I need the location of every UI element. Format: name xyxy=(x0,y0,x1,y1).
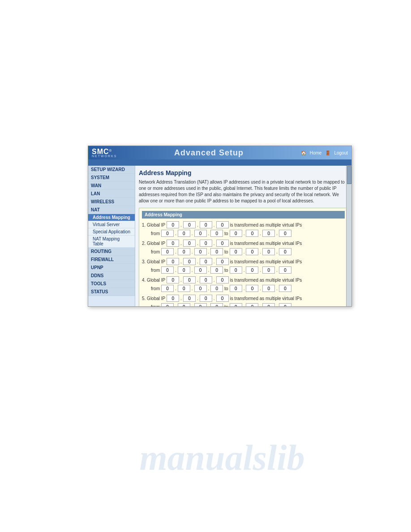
row-4-from-2[interactable] xyxy=(178,285,190,292)
row-4-ip-2[interactable] xyxy=(183,276,196,283)
row-1-ip-4[interactable] xyxy=(216,221,229,228)
row-1-ip-2[interactable] xyxy=(183,221,196,228)
row-2-from-4[interactable] xyxy=(210,248,223,255)
row-2-to-4[interactable] xyxy=(279,248,291,255)
row-5-from-3[interactable] xyxy=(194,303,207,306)
row-2-from-1[interactable] xyxy=(161,248,174,255)
logout-icon: 🚪 xyxy=(325,150,330,155)
row-4-ip-3[interactable] xyxy=(200,276,212,283)
sidebar-item-nat[interactable]: NAT xyxy=(88,206,135,214)
scrollbar-thumb[interactable] xyxy=(347,166,351,184)
row-5-label: 5. Global IP xyxy=(142,296,165,301)
row-2-ip-1[interactable] xyxy=(167,240,179,247)
row-2-to-2[interactable] xyxy=(246,248,258,255)
row-5-from-label: from xyxy=(151,305,160,307)
row-3-to-2[interactable] xyxy=(246,266,258,274)
row-1-from-label: from xyxy=(151,231,160,236)
row-5-ip-3[interactable] xyxy=(200,295,212,302)
content-area: Address Mapping Network Address Translat… xyxy=(135,166,351,306)
mapping-row-2: 2. Global IP . . . is transformed as mul… xyxy=(142,240,345,255)
row-2-ip-3[interactable] xyxy=(200,240,212,247)
row-5-from-1[interactable] xyxy=(161,303,174,306)
sidebar-item-ddns[interactable]: DDNS xyxy=(88,272,135,280)
row-4-to-3[interactable] xyxy=(262,285,275,292)
logo-networks: NETWORKS xyxy=(92,154,117,158)
row-1-from-2[interactable] xyxy=(178,230,190,237)
row-2-to-3[interactable] xyxy=(262,248,275,255)
mapping-row-1: 1. Global IP . . . is transformed as mul… xyxy=(142,221,345,237)
sidebar-item-wan[interactable]: WAN xyxy=(88,182,135,190)
row-3-from-2[interactable] xyxy=(178,266,190,274)
sidebar-subitem-nat-mapping-table[interactable]: NAT Mapping Table xyxy=(88,236,135,248)
sidebar-item-upnp[interactable]: UPnP xyxy=(88,264,135,272)
row-3-to-4[interactable] xyxy=(279,266,291,274)
row-5-from-4[interactable] xyxy=(210,303,223,306)
row-4-from-1[interactable] xyxy=(161,285,174,292)
sidebar-subitem-special-application[interactable]: Special Application xyxy=(88,228,135,236)
mapping-row-4: 4. Global IP . . . is transformed as mul… xyxy=(142,276,345,292)
sidebar-item-routing[interactable]: ROUTING xyxy=(88,248,135,256)
row-3-from-3[interactable] xyxy=(194,266,207,274)
row-2-ip-4[interactable] xyxy=(216,240,229,247)
row-2-transformed: is transformed as multiple virtual IPs xyxy=(230,241,302,246)
sidebar-item-setup-wizard[interactable]: SETUP WIZARD xyxy=(88,166,135,174)
sidebar-item-tools[interactable]: TOOLS xyxy=(88,280,135,288)
row-4-from-4[interactable] xyxy=(210,285,223,292)
sidebar-item-lan[interactable]: LAN xyxy=(88,190,135,198)
row-4-from-3[interactable] xyxy=(194,285,207,292)
row-1-to-4[interactable] xyxy=(279,230,291,237)
row-3-to-1[interactable] xyxy=(230,266,242,274)
row-1-from-1[interactable] xyxy=(161,230,174,237)
watermark: manualslib xyxy=(139,438,304,478)
row-1-to-1[interactable] xyxy=(230,230,242,237)
row-4-to-4[interactable] xyxy=(279,285,291,292)
row-5-ip-1[interactable] xyxy=(167,295,179,302)
row-1-to-2[interactable] xyxy=(246,230,258,237)
row-4-to-2[interactable] xyxy=(246,285,258,292)
row-2-to-label: to xyxy=(224,249,228,254)
row-3-ip-2[interactable] xyxy=(183,258,196,265)
row-3-to-3[interactable] xyxy=(262,266,275,274)
row-3-ip-4[interactable] xyxy=(216,258,229,265)
row-5-to-2[interactable] xyxy=(246,303,258,306)
sidebar-subitem-address-mapping[interactable]: Address Mapping xyxy=(88,214,135,221)
row-1-from-3[interactable] xyxy=(194,230,207,237)
home-link[interactable]: Home xyxy=(310,150,322,155)
logout-link[interactable]: Logout xyxy=(334,150,348,155)
row-3-from-1[interactable] xyxy=(161,266,174,274)
row-5-to-1[interactable] xyxy=(230,303,242,306)
scrollbar[interactable] xyxy=(346,166,351,306)
row-2-from-3[interactable] xyxy=(194,248,207,255)
sidebar-item-wireless[interactable]: WIRELESS xyxy=(88,198,135,206)
row-2-to-1[interactable] xyxy=(230,248,242,255)
row-3-ip-3[interactable] xyxy=(200,258,212,265)
row-5-from-2[interactable] xyxy=(178,303,190,306)
sidebar-subitem-virtual-server[interactable]: Virtual Server xyxy=(88,221,135,228)
row-4-ip-4[interactable] xyxy=(216,276,229,283)
row-4-ip-1[interactable] xyxy=(167,276,179,283)
sidebar: SETUP WIZARD SYSTEM WAN LAN WIRELESS NAT… xyxy=(88,166,135,306)
sidebar-item-firewall[interactable]: FIREWALL xyxy=(88,256,135,264)
row-2-ip-2[interactable] xyxy=(183,240,196,247)
sidebar-item-system[interactable]: SYSTEM xyxy=(88,174,135,182)
home-icon: 🏠 xyxy=(301,150,306,155)
row-1-ip-1[interactable] xyxy=(167,221,179,228)
row-3-from-4[interactable] xyxy=(210,266,223,274)
row-5-to-3[interactable] xyxy=(262,303,275,306)
logo-reg: ® xyxy=(109,149,112,153)
row-5-ip-4[interactable] xyxy=(216,295,229,302)
description-text: Network Address Translation (NAT) allows… xyxy=(139,179,348,204)
row-4-transformed: is transformed as multiple virtual IPs xyxy=(230,278,302,283)
sidebar-item-status[interactable]: STATUS xyxy=(88,288,135,296)
row-3-ip-1[interactable] xyxy=(167,258,179,265)
row-4-to-1[interactable] xyxy=(230,285,242,292)
row-5-to-label: to xyxy=(224,305,228,307)
main-layout: SETUP WIZARD SYSTEM WAN LAN WIRELESS NAT… xyxy=(88,166,351,306)
row-1-from-4[interactable] xyxy=(210,230,223,237)
row-5-to-4[interactable] xyxy=(279,303,291,306)
row-1-ip-3[interactable] xyxy=(200,221,212,228)
row-5-ip-2[interactable] xyxy=(183,295,196,302)
row-1-to-3[interactable] xyxy=(262,230,275,237)
row-2-from-2[interactable] xyxy=(178,248,190,255)
row-2-from-label: from xyxy=(151,249,160,254)
